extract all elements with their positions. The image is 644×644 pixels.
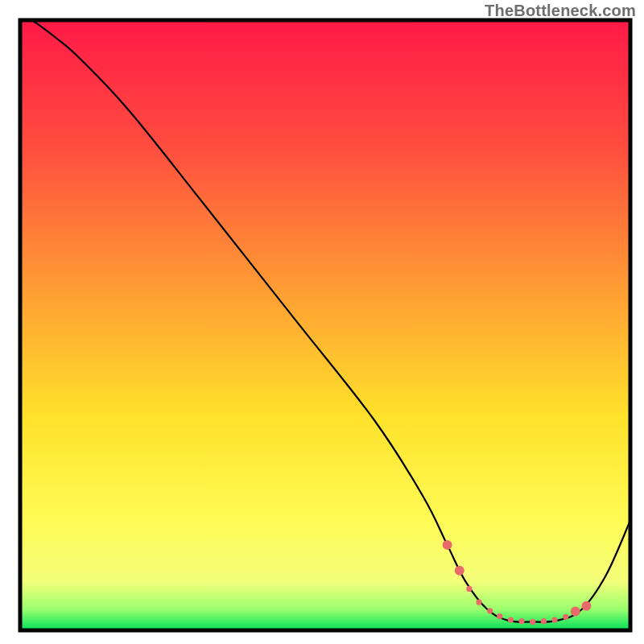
valley-marker-dot bbox=[443, 540, 452, 550]
valley-marker-dot bbox=[551, 617, 557, 623]
valley-marker-dot bbox=[466, 586, 472, 592]
chart-container: TheBottleneck.com bbox=[0, 0, 644, 644]
chart-svg bbox=[0, 0, 644, 644]
plot-background bbox=[20, 20, 630, 630]
valley-marker-dot bbox=[508, 617, 514, 623]
valley-marker-dot bbox=[541, 618, 547, 624]
valley-marker-dot bbox=[581, 601, 591, 611]
valley-marker-dot bbox=[518, 618, 524, 624]
watermark-text: TheBottleneck.com bbox=[485, 2, 636, 20]
valley-marker-dot bbox=[563, 614, 568, 620]
valley-marker-dot bbox=[487, 608, 493, 613]
valley-marker-dot bbox=[455, 566, 464, 576]
valley-marker-dot bbox=[497, 613, 502, 619]
valley-marker-dot bbox=[476, 600, 481, 605]
valley-marker-dot bbox=[571, 607, 580, 617]
valley-marker-dot bbox=[530, 619, 535, 625]
